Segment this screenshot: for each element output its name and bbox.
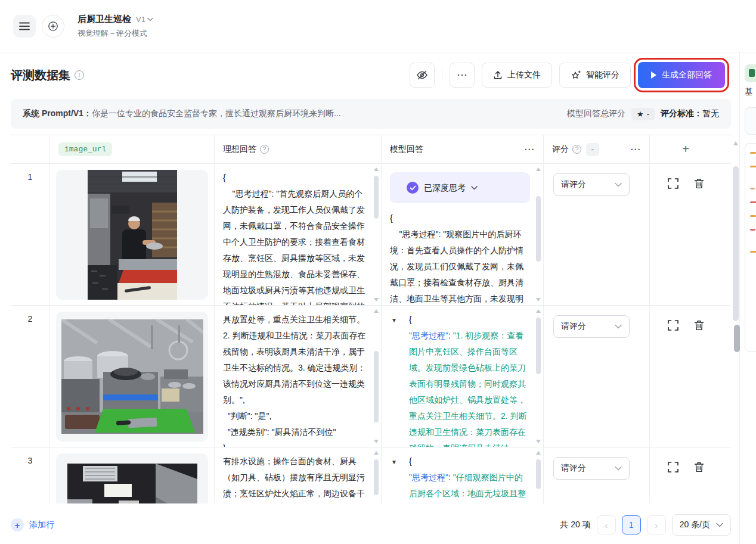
total-score-label: 模型回答总评分 [567, 108, 625, 119]
system-prompt-preview: 你是一位专业的食品安全监督专家，擅长通过观察后厨环境来判断... [92, 108, 341, 119]
smart-score-button[interactable]: 智能评分 [559, 63, 631, 88]
add-row-label: 添加行 [29, 520, 54, 530]
table-body: 1 [11, 164, 731, 503]
generate-all-label: 生成全部回答 [662, 70, 712, 80]
score-select[interactable]: 请评分 [553, 315, 630, 338]
play-icon [651, 72, 656, 79]
expand-row-icon[interactable] [668, 320, 678, 331]
ideal-answer-text[interactable]: 具放置处等，重点关注卫生相关细节。2. 判断违规和卫生情况：菜刀表面存在残留物，… [215, 306, 381, 447]
version-selector[interactable]: V1 [136, 15, 153, 24]
score-column-badge[interactable]: - [586, 143, 599, 156]
model-answer-cell[interactable]: ▼ { "思考过程": "仔细观察图片中的后厨各个区域：地面无垃圾且整洁，设有排… [382, 447, 543, 503]
model-answer-column-header[interactable]: 模型回答 ⋯ [382, 135, 544, 164]
table-header-row: image_url 理想回答 ? 模型回答 ⋯ 评分 ? - ⋯ + [11, 135, 731, 164]
toolbar: ⋯ 上传文件 智能评分 生成全部回答 [410, 62, 729, 88]
app-window: 后厨卫生巡检 V1 视觉理解－评分模式 评测数据集 i [0, 0, 756, 544]
kitchen-photo-3 [67, 464, 197, 504]
total-count: 共 20 项 [560, 520, 590, 530]
upload-icon [493, 70, 503, 80]
score-column-menu-button[interactable]: ⋯ [630, 143, 641, 156]
row-index-column-header [11, 135, 50, 164]
system-prompt-label: 系统 Prompt/V1： [23, 108, 92, 119]
score-select[interactable]: 请评分 [553, 173, 630, 196]
delete-row-icon[interactable] [694, 320, 704, 331]
model-column-menu-button[interactable]: ⋯ [524, 143, 535, 156]
page-scrollbar-thumb[interactable] [734, 325, 740, 352]
row3-kitchen-photo[interactable] [56, 453, 208, 503]
expand-row-icon[interactable] [668, 462, 678, 472]
delete-row-icon[interactable] [694, 462, 704, 472]
chevron-down-icon [615, 182, 622, 187]
json-value: "1. 初步观察：查看图片中烹饪区、操作台面等区域。发现前景绿色砧板上的菜刀表面… [409, 331, 527, 447]
cell-scrollbar[interactable] [535, 167, 541, 301]
chevron-down-icon [471, 186, 478, 190]
cell-scrollbar[interactable] [535, 451, 541, 503]
score-placeholder: 请评分 [561, 179, 586, 190]
image-column-header[interactable]: image_url [50, 135, 215, 164]
toolbar-divider [442, 69, 442, 81]
score-placeholder: 请评分 [561, 321, 586, 332]
main-panel: 评测数据集 i ⋯ [0, 52, 739, 537]
image-url-column-badge[interactable]: image_url [58, 142, 112, 156]
model-answer-cell[interactable]: 已深度思考 { "思考过程": "观察图片中的后厨环境：首先查看人员操作的个人防… [382, 164, 543, 305]
page-size-value: 20 条/页 [680, 520, 710, 530]
pagination: 共 20 项 ‹ 1 › 20 条/页 [560, 514, 731, 536]
evaluation-table: image_url 理想回答 ? 模型回答 ⋯ 评分 ? - ⋯ + [11, 135, 731, 503]
total-score-value: - [647, 110, 649, 119]
json-colon: : [448, 331, 453, 340]
ideal-answer-text[interactable]: 有排水设施；操作台面的食材、厨具（如刀具、砧板）摆放有序且无明显污渍；烹饪区炉灶… [215, 447, 381, 503]
add-dataset-button[interactable] [42, 15, 64, 38]
cell-scrollbar[interactable] [373, 309, 379, 443]
next-page-button[interactable]: › [647, 515, 666, 534]
hamburger-icon [19, 22, 30, 30]
table-row: 2 [11, 306, 731, 447]
score-column-header[interactable]: 评分 ? - ⋯ [544, 135, 650, 164]
current-page-button[interactable]: 1 [622, 515, 641, 534]
collapse-caret[interactable]: ▼ [391, 312, 397, 328]
json-colon: : [448, 472, 453, 482]
deep-think-toggle[interactable]: 已深度思考 [390, 172, 530, 203]
page-size-select[interactable]: 20 条/页 [672, 514, 731, 536]
help-icon[interactable]: ? [260, 145, 269, 154]
eye-off-icon [416, 70, 428, 80]
delete-row-icon[interactable] [694, 178, 704, 189]
panel-badge-icon[interactable] [745, 64, 756, 82]
hide-columns-button[interactable] [410, 63, 435, 88]
score-select[interactable]: 请评分 [553, 457, 630, 480]
json-key: "思考过程" [409, 472, 448, 482]
ideal-answer-column-header[interactable]: 理想回答 ? [215, 135, 382, 164]
ideal-answer-text[interactable]: { "思考过程": "首先观察后厨人员的个人防护装备，发现工作人员仅佩戴了发网，… [215, 164, 381, 305]
chevron-down-icon [615, 466, 622, 471]
collapse-caret[interactable]: ▼ [391, 454, 397, 470]
info-icon[interactable]: i [75, 70, 84, 80]
row1-kitchen-photo[interactable] [56, 170, 208, 300]
hamburger-menu-button[interactable] [13, 15, 36, 38]
check-circle-icon [407, 182, 419, 194]
row-index: 1 [11, 164, 49, 182]
add-row-button[interactable]: + 添加行 [11, 518, 54, 531]
kitchen-photo-2 [61, 319, 203, 434]
prev-page-button[interactable]: ‹ [597, 515, 616, 534]
more-actions-button[interactable]: ⋯ [450, 63, 475, 88]
cell-scrollbar[interactable] [373, 167, 379, 301]
panel-field-clipped[interactable] [745, 107, 756, 135]
model-answer-text: { "思考过程": "观察图片中的后厨环境：首先查看人员操作的个人防护情况，发现… [390, 210, 530, 305]
bottom-bar: + 添加行 共 20 项 ‹ 1 › 20 条/页 [11, 513, 731, 537]
generate-all-answers-button[interactable]: 生成全部回答 [638, 62, 725, 88]
score-label: 评分 [552, 144, 569, 155]
upload-file-button[interactable]: 上传文件 [482, 63, 552, 88]
help-icon[interactable]: ? [572, 145, 581, 154]
cell-scrollbar[interactable] [373, 451, 379, 503]
model-answer-cell[interactable]: ▼ { "思考过程": "1. 初步观察：查看图片中烹饪区、操作台面等区域。发现… [382, 306, 543, 447]
row-index: 3 [11, 447, 49, 465]
row2-kitchen-photo[interactable] [56, 312, 208, 442]
total-score-badge[interactable]: ★ - [631, 108, 655, 120]
add-column-header[interactable]: + [650, 135, 721, 164]
expand-row-icon[interactable] [668, 178, 678, 189]
system-prompt-bar[interactable]: 系统 Prompt/V1： 你是一位专业的食品安全监督专家，擅长通过观察后厨环境… [11, 99, 731, 129]
cell-scrollbar[interactable] [535, 309, 541, 443]
smart-score-label: 智能评分 [586, 70, 619, 80]
app-title: 后厨卫生巡检 [78, 14, 131, 25]
plus-icon: + [11, 518, 24, 531]
add-column-button[interactable]: + [658, 142, 713, 156]
